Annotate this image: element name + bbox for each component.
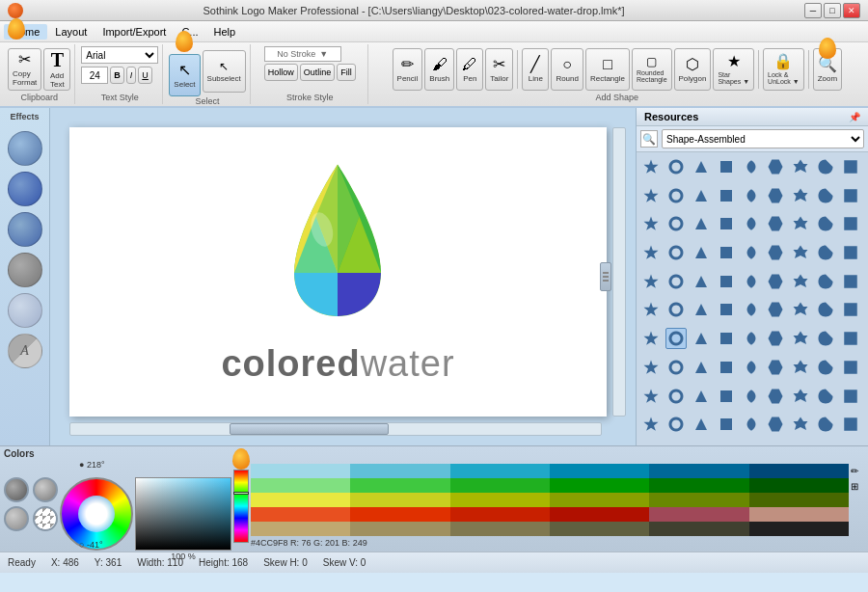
copy-format-button[interactable]: ✂ CopyFormat [8, 48, 41, 91]
shape-item[interactable] [840, 271, 861, 292]
color-cell[interactable] [550, 507, 649, 522]
shape-item[interactable] [790, 414, 811, 435]
canvas-h-scrollbar[interactable] [69, 422, 602, 436]
h-scrollbar-thumb[interactable] [230, 423, 389, 435]
shape-item[interactable] [691, 357, 712, 378]
shape-item[interactable] [665, 328, 687, 349]
gradient-box[interactable] [135, 477, 231, 551]
shape-item[interactable] [840, 357, 861, 378]
shape-item[interactable] [716, 242, 737, 263]
effect-swatch-1[interactable] [8, 131, 42, 166]
subselect-button[interactable]: ↖ Subselect [203, 50, 246, 93]
shape-item[interactable] [716, 271, 737, 292]
shape-item[interactable] [640, 156, 662, 177]
color-expand-button[interactable]: ⊞ [851, 481, 864, 495]
color-swatch-1[interactable] [4, 477, 29, 502]
shape-item[interactable] [765, 213, 786, 234]
minimize-button[interactable]: ─ [804, 3, 822, 18]
shape-item[interactable] [765, 386, 786, 407]
shape-item[interactable] [741, 357, 762, 378]
shape-item[interactable] [640, 242, 662, 263]
shape-item[interactable] [716, 328, 737, 349]
shape-item[interactable] [741, 386, 762, 407]
shape-item[interactable] [765, 357, 786, 378]
color-cell[interactable] [350, 493, 449, 507]
underline-button[interactable]: U [138, 67, 152, 84]
shape-item[interactable] [815, 271, 836, 292]
shape-item[interactable] [665, 156, 687, 177]
shape-item[interactable] [741, 271, 762, 292]
maximize-button[interactable]: □ [824, 3, 841, 18]
shape-item[interactable] [840, 414, 861, 435]
color-swatch-4[interactable] [33, 506, 58, 531]
outline-button[interactable]: Outline [300, 64, 336, 81]
shape-item[interactable] [765, 328, 786, 349]
shape-item[interactable] [640, 386, 662, 407]
color-cell[interactable] [550, 522, 649, 536]
bold-button[interactable]: B [110, 67, 124, 84]
color-cell[interactable] [749, 478, 849, 493]
color-cell[interactable] [749, 522, 849, 536]
shape-item[interactable] [815, 414, 836, 435]
color-cell[interactable] [251, 522, 350, 536]
shape-item[interactable] [815, 386, 836, 407]
shape-item[interactable] [790, 386, 811, 407]
window-controls[interactable]: ─ □ ✕ [804, 3, 860, 18]
shape-item[interactable] [741, 414, 762, 435]
brush-button[interactable]: 🖌 Brush [424, 48, 454, 91]
shape-item[interactable] [665, 386, 687, 407]
shape-item[interactable] [691, 299, 712, 320]
color-cell[interactable] [550, 493, 649, 507]
shape-item[interactable] [815, 156, 836, 177]
color-cell[interactable] [450, 493, 550, 507]
effect-swatch-text[interactable]: A [8, 334, 42, 368]
effect-swatch-3[interactable] [8, 212, 42, 247]
shape-item[interactable] [815, 213, 836, 234]
shape-item[interactable] [665, 357, 687, 378]
shape-item[interactable] [691, 242, 712, 263]
color-cell[interactable] [350, 464, 449, 478]
shape-item[interactable] [765, 271, 786, 292]
shape-item[interactable] [716, 357, 737, 378]
effect-swatch-4[interactable] [8, 253, 42, 287]
shape-item[interactable] [691, 414, 712, 435]
tailor-button[interactable]: ✂ Tailor [485, 48, 513, 91]
shape-item[interactable] [741, 242, 762, 263]
shape-item[interactable] [640, 414, 662, 435]
menu-import-export[interactable]: Import/Export [95, 24, 174, 40]
menu-help[interactable]: Help [206, 24, 244, 40]
resources-dropdown[interactable]: Shape-Assembled Shape-Basic Shape-Comple… [662, 129, 864, 148]
add-text-button[interactable]: T AddText [43, 48, 70, 91]
shape-item[interactable] [640, 328, 662, 349]
shape-item[interactable] [765, 414, 786, 435]
stroke-style-preview[interactable]: No Stroke ▼ [264, 46, 341, 62]
shape-item[interactable] [640, 185, 662, 206]
hollow-button[interactable]: Hollow [264, 64, 298, 81]
shapes-grid[interactable] [637, 152, 868, 445]
rounded-rect-button[interactable]: ▢ RoundedRectangle [632, 48, 672, 91]
color-cell[interactable] [350, 478, 449, 493]
color-cell[interactable] [450, 522, 550, 536]
color-cell[interactable] [450, 464, 550, 478]
shape-item[interactable] [790, 213, 811, 234]
shape-item[interactable] [691, 185, 712, 206]
shape-item[interactable] [741, 328, 762, 349]
color-cell[interactable] [550, 464, 649, 478]
italic-button[interactable]: I [126, 67, 137, 84]
color-cell[interactable] [749, 464, 849, 478]
shape-item[interactable] [640, 213, 662, 234]
shape-item[interactable] [840, 242, 861, 263]
color-edit-button[interactable]: ✏ [851, 466, 864, 479]
shape-item[interactable] [691, 271, 712, 292]
hue-slider[interactable] [233, 470, 249, 543]
shape-item[interactable] [741, 156, 762, 177]
polygon-button[interactable]: ⬡ Polygon [674, 48, 712, 91]
color-swatch-2[interactable] [33, 477, 58, 502]
shape-item[interactable] [840, 386, 861, 407]
color-cell[interactable] [450, 507, 550, 522]
close-button[interactable]: ✕ [843, 3, 860, 18]
shape-item[interactable] [765, 156, 786, 177]
color-swatch-3[interactable] [4, 506, 29, 531]
shape-item[interactable] [665, 271, 687, 292]
menu-layout[interactable]: Layout [47, 24, 95, 40]
